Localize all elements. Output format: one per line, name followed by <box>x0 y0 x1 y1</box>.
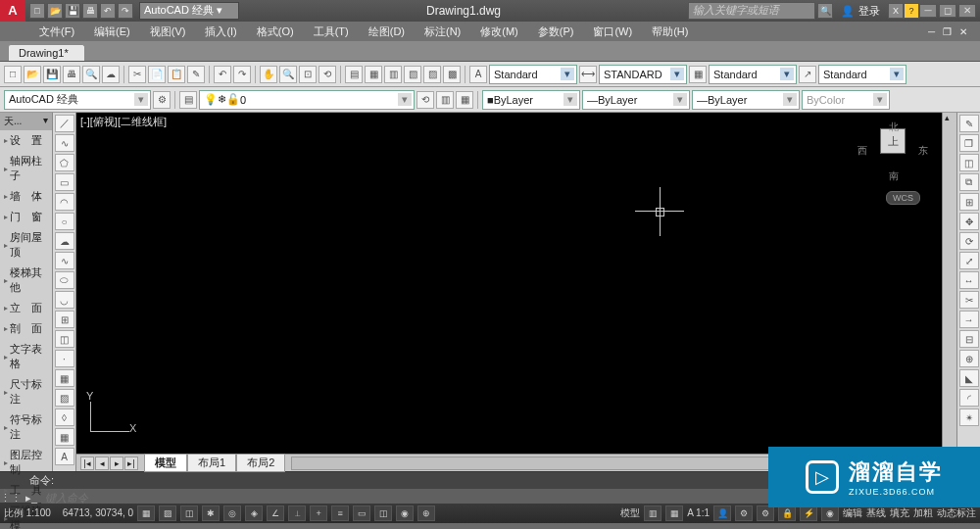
layer-combo[interactable]: 💡❄🔓 0 <box>199 90 415 110</box>
dimstyle-icon[interactable]: ⟷ <box>579 66 597 83</box>
st-label-0[interactable]: 编辑 <box>843 506 862 520</box>
palette-item-4[interactable]: 房间屋顶 <box>0 227 52 263</box>
palette-item-0[interactable]: 设 置 <box>0 130 52 151</box>
palette-item-7[interactable]: 剖 面 <box>0 318 52 339</box>
qat-undo-icon[interactable]: ↶ <box>100 3 116 19</box>
insert-icon[interactable]: ⊞ <box>55 311 74 328</box>
layer-prev-icon[interactable]: ⟲ <box>416 91 434 109</box>
tab-model[interactable]: 模型 <box>144 454 187 472</box>
sc-toggle[interactable]: ◉ <box>396 505 414 521</box>
palette-close-icon[interactable]: ▾ <box>43 115 48 128</box>
menu-view[interactable]: 视图(V) <box>140 23 196 41</box>
plotstyle-combo[interactable]: ByColor <box>802 90 890 110</box>
textstyle-combo[interactable]: Standard <box>489 65 577 84</box>
qv-dwg-icon[interactable]: ▦ <box>665 505 683 521</box>
otrack-toggle[interactable]: ∠ <box>267 505 284 521</box>
dimstyle-combo[interactable]: STANDARD <box>599 65 687 84</box>
am-toggle[interactable]: ⊕ <box>417 505 435 521</box>
palette-item-5[interactable]: 楼梯其他 <box>0 263 52 298</box>
layout-first-icon[interactable]: |◂ <box>80 457 94 470</box>
coords-label[interactable]: 64713, 30734, 0 <box>63 507 133 518</box>
ortho-toggle[interactable]: ◫ <box>180 505 198 521</box>
extend-icon[interactable]: → <box>959 311 979 328</box>
zoom-prev-icon[interactable]: ⟲ <box>318 66 336 83</box>
v-scrollbar[interactable] <box>942 113 956 471</box>
layout-last-icon[interactable]: ▸| <box>124 457 138 470</box>
tablestyle-icon[interactable]: ▦ <box>689 66 707 83</box>
arc-icon[interactable]: ◠ <box>55 193 74 211</box>
save-icon[interactable]: 💾 <box>43 66 61 83</box>
tab-layout2[interactable]: 布局2 <box>236 454 285 472</box>
stretch-icon[interactable]: ↔ <box>959 271 979 289</box>
palette-item-1[interactable]: 轴网柱子 <box>0 151 52 186</box>
undo-icon[interactable]: ↶ <box>214 66 231 83</box>
line-icon[interactable]: ／ <box>55 115 74 132</box>
mdi-close[interactable]: ✕ <box>956 26 970 37</box>
dyn-toggle[interactable]: + <box>310 505 327 521</box>
exchange-icon[interactable]: X <box>888 3 904 19</box>
login-area[interactable]: 👤 登录 <box>841 4 880 19</box>
viewcube-w[interactable]: 西 <box>858 144 867 158</box>
viewport-label[interactable]: [-][俯视][二维线框] <box>80 115 167 129</box>
palette-item-10[interactable]: 符号标注 <box>0 409 52 445</box>
textstyle-icon[interactable]: A <box>469 66 487 83</box>
region-icon[interactable]: ◊ <box>55 409 74 426</box>
pline-icon[interactable]: ∿ <box>55 134 74 152</box>
break-icon[interactable]: ⊟ <box>959 330 979 348</box>
snap-toggle[interactable]: ▦ <box>137 505 155 521</box>
zoom-rt-icon[interactable]: 🔍 <box>279 66 297 83</box>
circle-icon[interactable]: ○ <box>55 213 74 230</box>
mtext-icon[interactable]: A <box>55 448 74 465</box>
menu-help[interactable]: 帮助(H) <box>642 23 698 41</box>
viewcube-n[interactable]: 北 <box>889 120 899 134</box>
file-tab[interactable]: Drawing1* <box>8 44 85 61</box>
st-label-1[interactable]: 基线 <box>866 506 886 520</box>
close-button[interactable]: ✕ <box>958 4 976 18</box>
gradient-icon[interactable]: ▨ <box>55 389 74 407</box>
palette-item-3[interactable]: 门 窗 <box>0 207 52 227</box>
menu-window[interactable]: 窗口(W) <box>583 23 642 41</box>
drawing-canvas[interactable]: [-][俯视][二维线框] Y X 北 西 东 上 南 WCS <box>76 113 942 454</box>
viewcube[interactable]: 北 西 东 上 南 <box>863 122 922 181</box>
pan-icon[interactable]: ✋ <box>260 66 277 83</box>
menu-file[interactable]: 文件(F) <box>29 23 84 41</box>
mleaderstyle-combo[interactable]: Standard <box>818 65 906 84</box>
cmd-handle-icon[interactable]: ⋮⋮ <box>0 492 22 505</box>
mdi-restore[interactable]: ❐ <box>940 26 955 37</box>
viewcube-s[interactable]: 南 <box>889 169 899 183</box>
anno-auto-icon[interactable]: ⚙ <box>735 505 753 521</box>
open-icon[interactable]: 📂 <box>24 66 41 83</box>
help-search-input[interactable]: 输入关键字或短语 <box>688 2 815 20</box>
scale-icon[interactable]: ⤢ <box>959 252 979 269</box>
osnap-toggle[interactable]: ◎ <box>223 505 241 521</box>
anno-scale-label[interactable]: A 1:1 <box>687 507 710 518</box>
qcalc-icon[interactable]: ▩ <box>443 66 461 83</box>
search-icon[interactable]: 🔍 <box>817 3 833 19</box>
zoom-win-icon[interactable]: ⊡ <box>299 66 317 83</box>
match-icon[interactable]: ✎ <box>187 66 205 83</box>
fillet-icon[interactable]: ◜ <box>959 389 979 407</box>
menu-format[interactable]: 格式(O) <box>247 23 304 41</box>
polar-toggle[interactable]: ✱ <box>202 505 220 521</box>
new-icon[interactable]: □ <box>4 66 22 83</box>
palette-title[interactable]: 天...▾ <box>0 113 52 130</box>
ducs-toggle[interactable]: ⟂ <box>288 505 306 521</box>
app-menu-button[interactable]: A <box>0 0 25 22</box>
tablestyle-combo[interactable]: Standard <box>709 65 797 84</box>
cut-icon[interactable]: ✂ <box>128 66 146 83</box>
layout-prev-icon[interactable]: ◂ <box>95 457 109 470</box>
redo-icon[interactable]: ↷ <box>233 66 251 83</box>
palette-item-8[interactable]: 文字表格 <box>0 339 52 374</box>
grid-toggle[interactable]: ▨ <box>159 505 176 521</box>
menu-edit[interactable]: 编辑(E) <box>84 23 140 41</box>
st-label-3[interactable]: 加粗 <box>913 506 933 520</box>
menu-dimension[interactable]: 标注(N) <box>415 23 470 41</box>
chamfer-icon[interactable]: ◣ <box>959 369 979 387</box>
copy2-icon[interactable]: ❐ <box>959 134 979 152</box>
st-label-2[interactable]: 填充 <box>890 506 909 520</box>
qv-layout-icon[interactable]: ▥ <box>644 505 662 521</box>
revcloud-icon[interactable]: ☁ <box>55 232 74 250</box>
hatch-icon[interactable]: ▦ <box>55 369 74 387</box>
dc-icon[interactable]: ▦ <box>365 66 382 83</box>
paste-icon[interactable]: 📋 <box>168 66 185 83</box>
